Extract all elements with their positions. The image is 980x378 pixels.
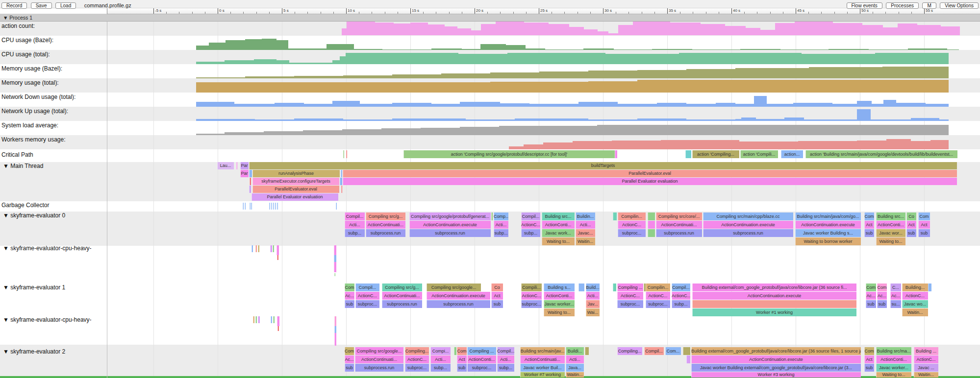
chart-bar-action-count[interactable]	[917, 25, 941, 35]
chart-bar-cpu-bazel[interactable]	[276, 40, 288, 50]
trace-span[interactable]: action 'Compiling...	[692, 150, 739, 158]
trace-span[interactable]: Waitin...	[914, 372, 938, 378]
trace-span[interactable]: sub	[345, 300, 354, 308]
trace-span[interactable]: Compil...	[345, 213, 365, 220]
trace-span[interactable]: runAnalysisPhase	[252, 170, 340, 177]
trace-span[interactable]	[346, 150, 347, 158]
chart-bar-action-count[interactable]	[941, 26, 960, 35]
trace-span[interactable]: Co	[491, 284, 503, 291]
chart-bar-net-down[interactable]	[872, 104, 883, 107]
chart-bar-cpu-bazel[interactable]	[262, 39, 276, 50]
trace-span[interactable]: Compiling src/g...	[382, 284, 422, 291]
record-button[interactable]: Record	[1, 2, 27, 9]
trace-span[interactable]	[273, 245, 274, 252]
trace-span[interactable]	[243, 203, 244, 210]
chart-bar-workers-mem[interactable]	[930, 140, 949, 149]
trace-span[interactable]: subp...	[497, 364, 514, 372]
trace-span[interactable]: Acti...	[586, 292, 600, 300]
trace-span[interactable]: subprocess.run	[409, 229, 491, 237]
save-button[interactable]: Save	[31, 2, 52, 9]
trace-span[interactable]: Ac...	[866, 292, 876, 300]
trace-span[interactable]	[491, 213, 493, 220]
chart-bar-cpu-bazel[interactable]	[462, 49, 480, 50]
trace-span[interactable]: su...	[890, 300, 901, 308]
trace-span[interactable]: Acti...	[430, 355, 451, 363]
trace-span[interactable]	[615, 150, 617, 158]
chart-bar-net-up[interactable]	[294, 118, 343, 121]
trace-span[interactable]: Lau...	[217, 162, 234, 169]
trace-span[interactable]: ActionContinuati...	[656, 221, 702, 229]
chart-bar-workers-mem[interactable]	[911, 141, 930, 149]
trace-span[interactable]: subprocess.run	[382, 300, 422, 308]
trace-span[interactable]: ActionContinuation.execute	[691, 355, 861, 363]
chart-bar-cpu-bazel[interactable]	[245, 39, 262, 50]
chart-bar-cpu-total[interactable]	[802, 54, 875, 64]
trace-span[interactable]: Javac worker...	[544, 300, 575, 308]
chart-bar-sys-load[interactable]	[460, 127, 499, 135]
trace-span[interactable]: Par	[240, 170, 249, 177]
trace-span[interactable]: Com	[877, 284, 887, 291]
chart-bar-cpu-bazel[interactable]	[947, 49, 959, 50]
chart-bar-cpu-bazel[interactable]	[829, 49, 869, 50]
chart-bar-net-up[interactable]	[588, 119, 637, 121]
chart-bar-cpu-bazel[interactable]	[288, 48, 327, 50]
chart-bar-cpu-bazel[interactable]	[506, 45, 526, 50]
chart-bar-workers-mem[interactable]	[739, 142, 798, 149]
chart-bar-net-down[interactable]	[832, 104, 857, 107]
trace-span[interactable]: subproc...	[618, 229, 646, 237]
trace-span[interactable]	[334, 316, 336, 326]
chart-bar-cpu-total[interactable]	[196, 62, 225, 64]
chart-bar-mem-total[interactable]	[338, 82, 490, 93]
trace-span[interactable]	[334, 245, 336, 255]
chart-bar-cpu-total[interactable]	[332, 60, 340, 64]
trace-span[interactable]: Worker #1 working	[692, 308, 856, 316]
chart-bar-action-count[interactable]	[410, 23, 428, 35]
trace-span[interactable]: Compilin...	[618, 213, 646, 220]
trace-span[interactable]: subp...	[430, 364, 451, 372]
chart-bar-net-up[interactable]	[392, 118, 466, 121]
chart-bar-net-down[interactable]	[500, 103, 529, 107]
trace-span[interactable]: Javac...	[576, 229, 595, 237]
chart-bar-action-count[interactable]	[342, 28, 347, 35]
chart-bar-sys-load[interactable]	[381, 128, 421, 135]
trace-span[interactable]	[341, 170, 342, 177]
chart-bar-action-count[interactable]	[833, 23, 862, 35]
chart-bar-workers-mem[interactable]	[661, 140, 739, 149]
trace-span[interactable]: Worker #3 working	[691, 372, 861, 378]
chart-bar-net-up[interactable]	[871, 119, 911, 121]
trace-span[interactable]: Compil...	[521, 213, 540, 220]
chart-bar-mem-total[interactable]	[588, 81, 637, 93]
trace-span[interactable]: ActionConti...	[876, 355, 911, 363]
chart-bar-action-count[interactable]	[457, 28, 471, 35]
trace-span[interactable]: Com...	[665, 347, 681, 355]
trace-span[interactable]: Act	[491, 292, 503, 300]
trace-span[interactable]: subp...	[672, 300, 690, 308]
trace-span[interactable]: Compil...	[497, 347, 514, 355]
flow-events-button[interactable]: Flow events	[847, 2, 882, 9]
trace-span[interactable]: Compiling src/google...	[427, 284, 481, 291]
trace-span[interactable]: sub	[864, 364, 874, 372]
chart-bar-sys-load[interactable]	[499, 126, 548, 135]
trace-span[interactable]: Building external/com_google_protobuf/ja…	[692, 284, 856, 291]
chart-bar-cpu-total[interactable]	[679, 53, 802, 64]
chart-bar-cpu-total[interactable]	[875, 53, 949, 64]
trace-span[interactable]: Compiling src/g...	[366, 213, 405, 220]
chart-bar-action-count[interactable]	[445, 26, 457, 35]
chart-bar-action-count[interactable]	[883, 27, 898, 35]
chart-bar-action-count[interactable]	[795, 22, 833, 35]
trace-span[interactable]: Par	[240, 162, 249, 169]
chart-bar-net-down[interactable]	[234, 104, 275, 107]
trace-span[interactable]: ParallelEvaluator.eval	[252, 186, 339, 193]
trace-span[interactable]: Act	[457, 355, 467, 363]
chart-bar-cpu-total[interactable]	[276, 60, 289, 64]
trace-span[interactable]: action 'Building src/main/java/com/googl…	[805, 150, 957, 158]
trace-span[interactable]: Acti...	[576, 221, 595, 229]
chart-bar-action-count[interactable]	[670, 23, 701, 35]
track-label[interactable]: ▼ skyframe-evaluator 1	[3, 284, 65, 291]
trace-span[interactable]: Acti...	[497, 355, 514, 363]
trace-span[interactable]: ActionC...	[405, 355, 429, 363]
chart-bar-action-count[interactable]	[394, 24, 410, 35]
trace-span[interactable]	[340, 178, 342, 185]
chart-bar-action-count[interactable]	[584, 29, 598, 35]
trace-span[interactable]: subprocess.run	[366, 229, 405, 237]
